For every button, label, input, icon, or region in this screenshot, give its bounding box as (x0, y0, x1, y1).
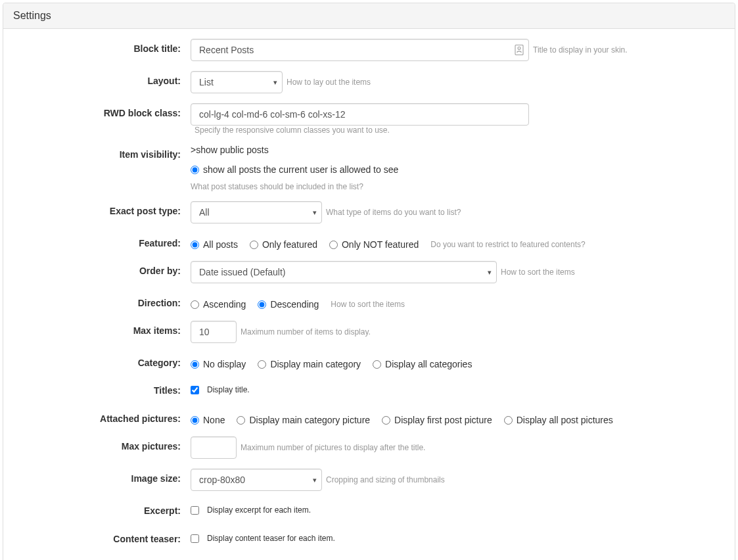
label-titles: Titles: (13, 381, 191, 396)
order-by-select[interactable]: Date issued (Default) (191, 261, 497, 283)
featured-radio-all[interactable] (191, 241, 199, 249)
layout-select[interactable]: List (191, 71, 283, 93)
category-label-none[interactable]: No display (203, 359, 246, 369)
label-max-items: Max items: (13, 321, 191, 336)
row-max-items: Max items: Maximum number of items to di… (13, 321, 725, 343)
visibility-label-all[interactable]: show all posts the current user is allow… (203, 164, 398, 175)
max-pictures-input[interactable] (191, 436, 237, 459)
attpic-label-first[interactable]: Display first post picture (394, 415, 492, 425)
row-image-size: Image size: crop-80x80 Cropping and sizi… (13, 469, 725, 491)
content-teaser-checkbox-label[interactable]: Display content teaser for each item. (207, 534, 335, 543)
excerpt-checkbox[interactable] (191, 506, 199, 515)
hint-max-pictures: Maximum number of pictures to display af… (241, 443, 425, 452)
label-max-pictures: Max pictures: (13, 436, 191, 452)
label-direction: Direction: (13, 293, 191, 308)
hint-block-title: Title to display in your skin. (533, 45, 628, 55)
panel-body: Block title: Title to display in your sk… (3, 29, 735, 560)
hint-order-by: How to sort the items (501, 268, 575, 277)
hint-direction: How to sort the items (331, 300, 405, 309)
category-radio-main[interactable] (258, 360, 266, 369)
svg-point-1 (518, 47, 520, 49)
label-category: Category: (13, 353, 191, 368)
exact-post-type-select[interactable]: All (191, 201, 322, 223)
featured-radio-only[interactable] (250, 241, 258, 249)
row-exact-post-type: Exact post type: All What type of items … (13, 201, 725, 223)
label-excerpt: Excerpt: (13, 501, 191, 516)
label-layout: Layout: (13, 71, 191, 86)
content-teaser-checkbox[interactable] (191, 534, 199, 543)
direction-label-asc[interactable]: Ascending (203, 299, 246, 310)
attpic-label-all[interactable]: Display all post pictures (517, 415, 613, 425)
hint-max-items: Maximum number of items to display. (241, 327, 371, 337)
attpic-radio-none[interactable] (191, 416, 199, 425)
row-titles: Titles: Display title. (13, 381, 725, 399)
row-featured: Featured: All posts Only featured Only N… (13, 233, 725, 251)
featured-label-not[interactable]: Only NOT featured (342, 239, 419, 250)
hint-item-visibility: What post statuses should be included in… (191, 182, 363, 191)
visibility-label-public[interactable]: show public posts (196, 145, 269, 155)
excerpt-checkbox-label[interactable]: Display excerpt for each item. (207, 505, 311, 515)
direction-radio-asc[interactable] (191, 300, 199, 309)
row-direction: Direction: Ascending Descending How to s… (13, 293, 725, 311)
block-title-input[interactable] (191, 39, 529, 61)
category-radio-none[interactable] (191, 360, 199, 369)
category-label-main[interactable]: Display main category (270, 359, 361, 369)
label-featured: Featured: (13, 233, 191, 248)
titles-checkbox[interactable] (191, 386, 199, 394)
rwd-class-input[interactable] (191, 103, 529, 126)
label-order-by: Order by: (13, 261, 191, 276)
row-max-pictures: Max pictures: Maximum number of pictures… (13, 436, 725, 459)
label-rwd-class: RWD block class: (13, 103, 191, 118)
featured-label-only[interactable]: Only featured (262, 239, 317, 250)
attpic-label-none[interactable]: None (203, 415, 225, 425)
row-content-teaser: Content teaser: Display content teaser f… (13, 529, 725, 548)
visibility-radio-all[interactable] (191, 166, 199, 174)
row-block-title: Block title: Title to display in your sk… (13, 39, 725, 61)
row-excerpt: Excerpt: Display excerpt for each item. (13, 501, 725, 519)
titles-checkbox-label[interactable]: Display title. (207, 385, 250, 394)
contacts-icon (515, 45, 524, 55)
direction-radio-desc[interactable] (258, 300, 266, 309)
label-item-visibility: Item visibility: (13, 145, 191, 160)
attpic-radio-all[interactable] (504, 416, 513, 425)
image-size-select[interactable]: crop-80x80 (191, 469, 322, 491)
label-image-size: Image size: (13, 469, 191, 484)
row-layout: Layout: List How to lay out the items (13, 71, 725, 93)
hint-layout: How to lay out the items (287, 78, 371, 87)
attpic-label-maincat[interactable]: Display main category picture (249, 415, 370, 425)
max-items-input[interactable] (191, 321, 237, 343)
settings-panel: Settings Block title: Title to display i… (3, 3, 735, 560)
label-attached-pictures: Attached pictures: (13, 409, 191, 424)
category-label-all[interactable]: Display all categories (385, 359, 472, 369)
label-exact-post-type: Exact post type: (13, 201, 191, 216)
attpic-radio-maincat[interactable] (237, 416, 245, 425)
visibility-radio-public[interactable]: show public posts (196, 145, 269, 155)
category-radio-all[interactable] (373, 360, 381, 369)
row-attached-pictures: Attached pictures: None Display main cat… (13, 409, 725, 427)
featured-radio-not[interactable] (329, 241, 338, 249)
hint-featured: Do you want to restrict to featured cont… (430, 240, 585, 249)
attpic-radio-first[interactable] (382, 416, 390, 425)
label-block-title: Block title: (13, 39, 191, 54)
row-order-by: Order by: Date issued (Default) How to s… (13, 261, 725, 283)
hint-image-size: Cropping and sizing of thumbnails (326, 475, 445, 484)
hint-exact-post-type: What type of items do you want to list? (326, 208, 461, 217)
featured-label-all[interactable]: All posts (203, 239, 238, 250)
panel-title: Settings (3, 3, 735, 29)
row-category: Category: No display Display main catego… (13, 353, 725, 371)
label-content-teaser: Content teaser: (13, 529, 191, 544)
direction-label-desc[interactable]: Descending (270, 299, 319, 310)
row-rwd-class: RWD block class: Specify the responsive … (13, 103, 725, 135)
hint-rwd-class: Specify the responsive column classes yo… (195, 126, 390, 135)
row-item-visibility: Item visibility: >show public posts show… (13, 145, 725, 191)
